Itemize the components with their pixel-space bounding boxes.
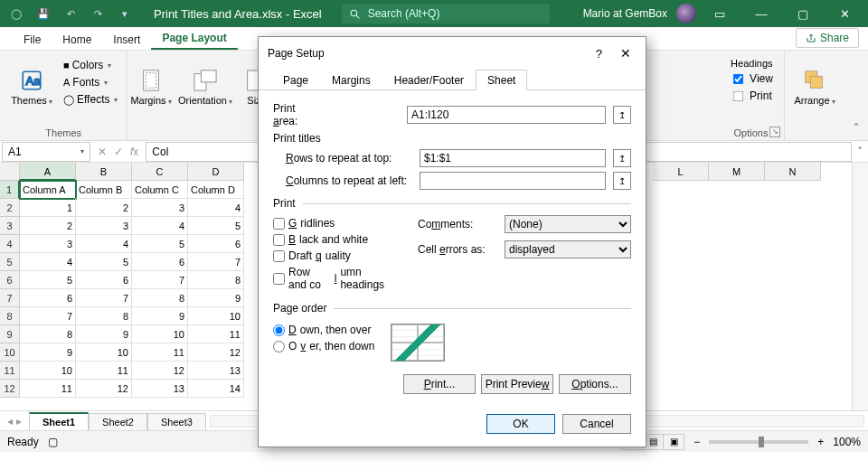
cell[interactable]: 3 xyxy=(76,217,132,235)
cell[interactable]: 6 xyxy=(76,271,132,289)
cell[interactable]: 10 xyxy=(20,362,76,380)
column-header[interactable]: N xyxy=(765,163,821,181)
cell[interactable]: 8 xyxy=(132,289,188,307)
cell[interactable]: 11 xyxy=(76,362,132,380)
colors-button[interactable]: ■ Colors xyxy=(61,58,119,72)
row-header[interactable]: 5 xyxy=(0,253,20,271)
column-header[interactable]: M xyxy=(709,163,765,181)
cell[interactable]: Column A xyxy=(20,181,76,199)
cell[interactable]: 12 xyxy=(188,343,244,362)
accept-formula-icon[interactable]: ✓ xyxy=(114,146,123,158)
share-button[interactable]: Share xyxy=(796,28,859,48)
cancel-formula-icon[interactable]: ✕ xyxy=(98,146,107,158)
name-box[interactable]: A1 ▾ xyxy=(2,142,90,162)
row-header[interactable]: 3 xyxy=(0,217,20,235)
cell[interactable]: 7 xyxy=(20,307,76,325)
cell[interactable]: 9 xyxy=(132,307,188,325)
zoom-level[interactable]: 100% xyxy=(833,436,861,448)
cell[interactable]: 11 xyxy=(132,343,188,362)
tab-home[interactable]: Home xyxy=(52,30,102,50)
arrange-button[interactable]: Arrange xyxy=(790,54,839,119)
view-headings-checkbox[interactable]: View xyxy=(731,71,775,86)
cell[interactable]: 4 xyxy=(132,217,188,235)
zoom-out-icon[interactable]: − xyxy=(693,436,700,448)
column-header[interactable]: L xyxy=(653,163,709,181)
minimize-icon[interactable]: — xyxy=(743,1,779,26)
cell[interactable]: 4 xyxy=(76,235,132,253)
dialog-help-icon[interactable]: ? xyxy=(590,45,608,62)
cell[interactable]: 10 xyxy=(188,307,244,325)
cell[interactable]: Column C xyxy=(132,181,188,199)
cell[interactable]: 7 xyxy=(76,289,132,307)
cell[interactable]: 9 xyxy=(188,289,244,307)
row-header[interactable]: 4 xyxy=(0,235,20,253)
cell[interactable]: 4 xyxy=(188,199,244,217)
fonts-button[interactable]: A Fonts xyxy=(61,75,119,89)
cols-repeat-input[interactable] xyxy=(420,172,606,190)
close-icon[interactable]: ✕ xyxy=(826,1,863,26)
cols-repeat-range-icon[interactable]: ↥ xyxy=(613,172,631,190)
rows-repeat-input[interactable] xyxy=(420,149,606,167)
cell[interactable]: 7 xyxy=(132,271,188,289)
tab-page-layout[interactable]: Page Layout xyxy=(151,28,237,50)
gridlines-checkbox[interactable]: Gridlines xyxy=(273,217,391,230)
cell[interactable]: 5 xyxy=(20,271,76,289)
column-header[interactable]: C xyxy=(132,163,188,181)
user-name[interactable]: Mario at GemBox xyxy=(583,7,667,20)
cell[interactable]: 13 xyxy=(132,380,188,398)
draft-checkbox[interactable]: Draft quality xyxy=(273,249,391,262)
cancel-button[interactable]: Cancel xyxy=(562,414,631,434)
dialog-tab-page[interactable]: Page xyxy=(271,70,320,90)
autosave-toggle[interactable]: ◯ xyxy=(5,3,27,24)
row-header[interactable]: 11 xyxy=(0,362,20,380)
print-headings-checkbox[interactable]: Print xyxy=(731,89,774,103)
row-header[interactable]: 12 xyxy=(0,380,20,398)
sheet-nav-next-icon[interactable]: ▸ xyxy=(16,415,22,428)
effects-button[interactable]: ◯ Effects xyxy=(61,92,119,107)
column-header[interactable]: B xyxy=(76,163,132,181)
cell[interactable]: 13 xyxy=(188,362,244,380)
print-button[interactable]: Print... xyxy=(403,374,476,394)
cell[interactable]: 10 xyxy=(76,343,132,362)
ribbon-display-icon[interactable]: ▭ xyxy=(702,1,738,26)
print-area-input[interactable] xyxy=(407,106,606,124)
bw-checkbox[interactable]: Black and white xyxy=(273,233,391,246)
column-header[interactable]: A xyxy=(20,163,76,181)
macro-record-icon[interactable]: ▢ xyxy=(48,436,58,448)
cell[interactable]: 2 xyxy=(20,217,76,235)
ok-button[interactable]: OK xyxy=(486,414,555,434)
column-header[interactable]: D xyxy=(188,163,244,181)
cell[interactable]: 3 xyxy=(20,235,76,253)
down-then-over-radio[interactable]: Down, then over xyxy=(273,324,374,336)
sheet-tab-3[interactable]: Sheet3 xyxy=(147,413,206,430)
cell[interactable]: 8 xyxy=(188,271,244,289)
cell[interactable]: 5 xyxy=(132,235,188,253)
maximize-icon[interactable]: ▢ xyxy=(785,1,821,26)
rowcol-checkbox[interactable]: Row and column headings xyxy=(273,266,391,291)
row-header[interactable]: 6 xyxy=(0,271,20,289)
row-header[interactable]: 2 xyxy=(0,199,20,217)
cell[interactable]: Column B xyxy=(76,181,132,199)
errors-select[interactable]: displayed xyxy=(505,240,631,258)
cell[interactable]: 7 xyxy=(188,253,244,271)
cell[interactable]: 5 xyxy=(188,217,244,235)
sheet-tab-2[interactable]: Sheet2 xyxy=(89,413,147,430)
row-header[interactable]: 10 xyxy=(0,343,20,362)
cell[interactable]: 8 xyxy=(76,307,132,325)
tab-insert[interactable]: Insert xyxy=(102,30,151,50)
vertical-scrollbar[interactable] xyxy=(852,163,868,410)
redo-icon[interactable]: ↷ xyxy=(87,3,108,24)
dialog-tab-header-footer[interactable]: Header/Footer xyxy=(382,70,476,90)
collapse-ribbon-icon[interactable]: ˄ xyxy=(844,117,868,140)
qat-customize-icon[interactable]: ▾ xyxy=(114,3,136,24)
zoom-in-icon[interactable]: + xyxy=(817,436,824,448)
cell[interactable]: 12 xyxy=(76,380,132,398)
cell[interactable]: 1 xyxy=(20,199,76,217)
select-all-corner[interactable] xyxy=(0,163,20,181)
cell[interactable]: 9 xyxy=(76,325,132,343)
orientation-button[interactable]: Orientation xyxy=(178,54,232,119)
dialog-tab-margins[interactable]: Margins xyxy=(320,70,382,90)
themes-button[interactable]: Aa Themes xyxy=(7,54,56,119)
cell[interactable]: 11 xyxy=(20,380,76,398)
fx-icon[interactable]: fx xyxy=(130,146,138,158)
